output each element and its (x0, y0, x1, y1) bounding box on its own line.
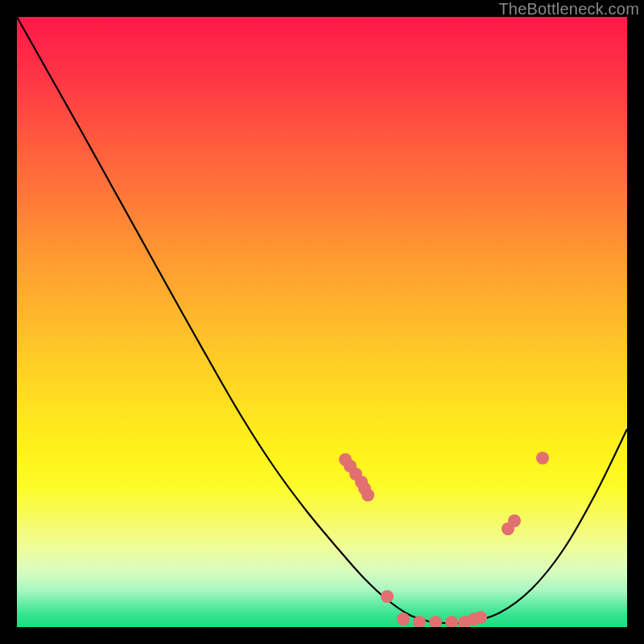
data-point (474, 611, 487, 624)
bottleneck-curve (17, 17, 627, 623)
data-point (361, 489, 374, 502)
data-point (397, 613, 410, 625)
watermark-text: TheBottleneck.com (498, 0, 639, 19)
data-point (445, 616, 458, 627)
data-point (429, 616, 442, 627)
chart-svg (17, 17, 627, 627)
data-point (536, 452, 549, 464)
data-point (381, 590, 394, 603)
data-point (508, 514, 521, 527)
